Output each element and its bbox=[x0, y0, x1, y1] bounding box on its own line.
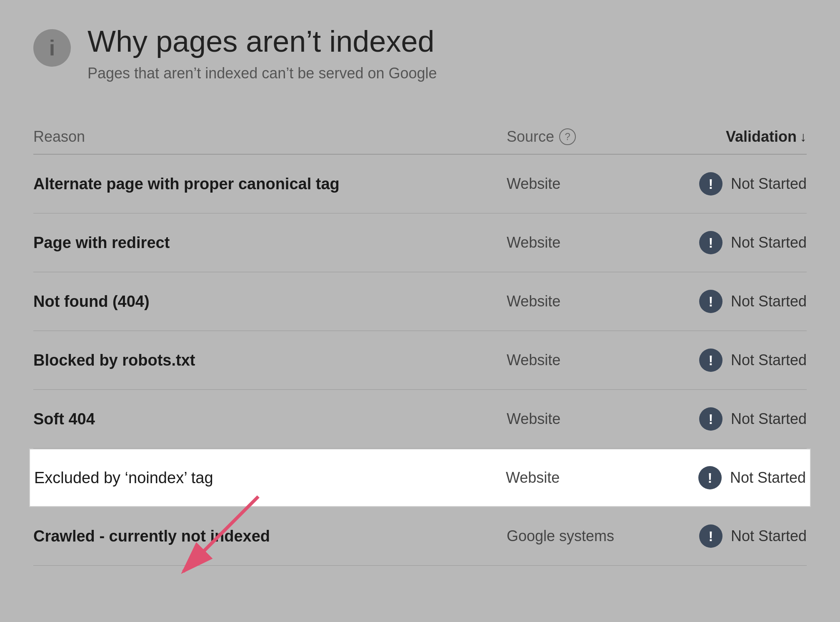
source-text: Website bbox=[507, 410, 560, 427]
source-cell: Google systems bbox=[507, 527, 632, 545]
header-section: i Why pages aren’t indexed Pages that ar… bbox=[33, 25, 807, 82]
source-text: Website bbox=[507, 175, 560, 192]
source-text: Website bbox=[506, 469, 560, 486]
status-icon: ! bbox=[699, 231, 722, 254]
table-row[interactable]: Soft 404 Website ! Not Started bbox=[33, 390, 807, 449]
validation-cell: ! Not Started bbox=[632, 231, 807, 254]
status-icon: ! bbox=[699, 290, 722, 313]
status-icon: ! bbox=[699, 349, 722, 372]
reason-text: Soft 404 bbox=[33, 410, 95, 428]
status-badge: Not Started bbox=[731, 410, 807, 428]
source-text: Website bbox=[507, 351, 560, 369]
source-cell: Website bbox=[507, 293, 632, 310]
table-container: Reason Source ? Validation ↓ Alternate bbox=[33, 115, 807, 566]
table-header-row: Reason Source ? Validation ↓ bbox=[33, 115, 807, 155]
page-container: i Why pages aren’t indexed Pages that ar… bbox=[0, 0, 840, 622]
table-row-highlighted[interactable]: Excluded by ‘noindex’ tag Website ! Not … bbox=[29, 449, 811, 507]
reason-cell: Crawled - currently not indexed bbox=[33, 527, 507, 545]
column-header-validation[interactable]: Validation ↓ bbox=[632, 128, 807, 145]
source-text: Google systems bbox=[507, 527, 614, 544]
status-badge: Not Started bbox=[731, 293, 807, 310]
column-header-reason: Reason bbox=[33, 128, 507, 145]
sort-arrow-icon: ↓ bbox=[800, 129, 807, 145]
validation-cell: ! Not Started bbox=[632, 349, 807, 372]
reason-cell: Excluded by ‘noindex’ tag bbox=[34, 469, 506, 487]
column-header-source: Source ? bbox=[507, 128, 632, 145]
source-text: Website bbox=[507, 293, 560, 310]
table-row[interactable]: Alternate page with proper canonical tag… bbox=[33, 155, 807, 213]
header-text: Why pages aren’t indexed Pages that aren… bbox=[88, 25, 437, 82]
reason-text: Page with redirect bbox=[33, 234, 170, 251]
reason-text: Not found (404) bbox=[33, 293, 150, 310]
table-row[interactable]: Page with redirect Website ! Not Started bbox=[33, 213, 807, 272]
reason-text: Blocked by robots.txt bbox=[33, 351, 195, 369]
validation-cell: ! Not Started bbox=[632, 290, 807, 313]
validation-cell: ! Not Started bbox=[632, 524, 807, 548]
source-cell: Website bbox=[507, 234, 632, 251]
page-subtitle: Pages that aren’t indexed can’t be serve… bbox=[88, 65, 437, 82]
source-cell: Website bbox=[506, 469, 631, 487]
status-badge: Not Started bbox=[731, 351, 807, 369]
reason-text: Alternate page with proper canonical tag bbox=[33, 175, 340, 193]
validation-cell: ! Not Started bbox=[632, 407, 807, 431]
reason-cell: Alternate page with proper canonical tag bbox=[33, 175, 507, 193]
reason-cell: Blocked by robots.txt bbox=[33, 351, 507, 369]
table-row[interactable]: Blocked by robots.txt Website ! Not Star… bbox=[33, 331, 807, 390]
table-row[interactable]: Not found (404) Website ! Not Started bbox=[33, 272, 807, 331]
reason-text: Excluded by ‘noindex’ tag bbox=[34, 469, 213, 487]
status-icon: ! bbox=[699, 407, 722, 431]
status-icon: ! bbox=[699, 172, 722, 196]
page-title: Why pages aren’t indexed bbox=[88, 25, 437, 58]
table-row[interactable]: Crawled - currently not indexed Google s… bbox=[33, 507, 807, 566]
source-text: Website bbox=[507, 234, 560, 251]
reason-cell: Soft 404 bbox=[33, 410, 507, 428]
info-icon: i bbox=[33, 29, 71, 67]
status-icon: ! bbox=[698, 466, 722, 489]
reason-cell: Not found (404) bbox=[33, 293, 507, 311]
validation-cell: ! Not Started bbox=[632, 172, 807, 196]
source-cell: Website bbox=[507, 351, 632, 369]
source-help-icon[interactable]: ? bbox=[559, 128, 576, 145]
status-badge: Not Started bbox=[731, 175, 807, 193]
status-badge: Not Started bbox=[731, 527, 807, 545]
status-badge: Not Started bbox=[731, 234, 807, 251]
reason-text: Crawled - currently not indexed bbox=[33, 527, 270, 545]
reason-cell: Page with redirect bbox=[33, 234, 507, 252]
status-icon: ! bbox=[699, 524, 722, 548]
source-cell: Website bbox=[507, 175, 632, 193]
source-cell: Website bbox=[507, 410, 632, 428]
status-badge: Not Started bbox=[730, 469, 806, 487]
validation-cell: ! Not Started bbox=[631, 466, 806, 489]
